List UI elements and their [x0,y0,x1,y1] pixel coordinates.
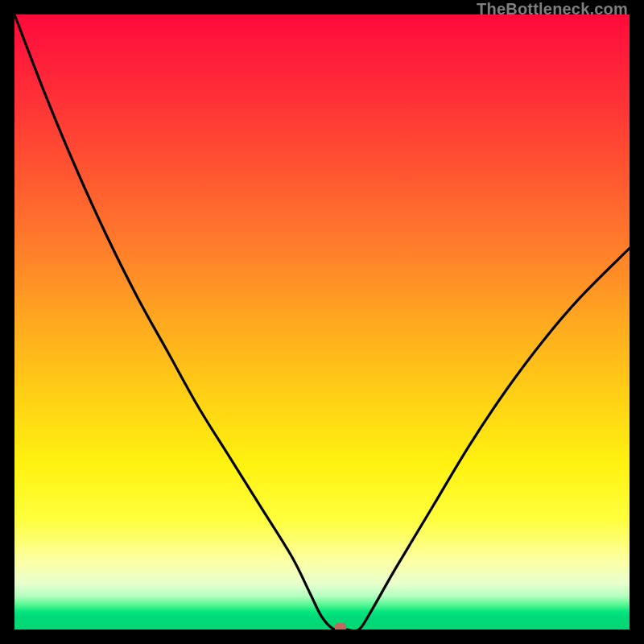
chart-frame: TheBottleneck.com [0,0,644,644]
optimum-marker [335,623,346,630]
plot-area [14,14,630,630]
curve-svg [14,14,630,630]
bottleneck-curve [14,14,630,630]
watermark-text: TheBottleneck.com [477,0,628,19]
